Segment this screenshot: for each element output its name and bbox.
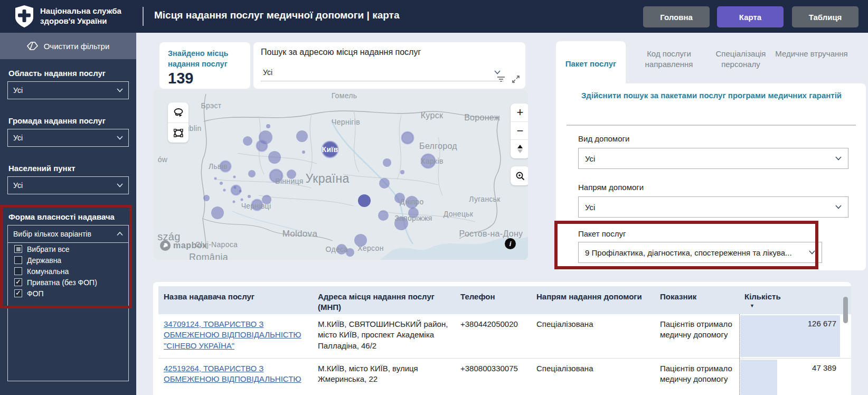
column-header-count[interactable]: Кількість ▼ <box>739 286 843 314</box>
map-search-lens <box>511 166 528 185</box>
filter-label-oblast: Область надання послуг <box>8 69 106 78</box>
label-aid-type: Вид допомоги <box>578 134 629 143</box>
info-icon[interactable]: i <box>505 238 516 249</box>
filter-dropdown-oblast[interactable]: Усі <box>7 81 129 99</box>
map-label: ów <box>158 155 168 164</box>
app-header: Національна служба здоров'я України Місц… <box>0 0 868 33</box>
cell-phone: +380800330075 <box>455 359 531 395</box>
mapbox-wordmark: mapbox <box>173 241 207 250</box>
panel-divider <box>567 125 856 126</box>
filter-sidebar: Очистити фільтри Область надання послуг … <box>0 33 136 395</box>
checkbox-private[interactable] <box>14 278 22 286</box>
eraser-icon <box>27 41 39 51</box>
service-package-value: 9 Профілактика, діагностика, спостережен… <box>585 248 792 257</box>
provider-link[interactable]: 34709124, ТОВАРИСТВО З ОБМЕЖЕНОЮ ВІДПОВІ… <box>164 319 301 350</box>
ownership-option-1[interactable]: Державна <box>8 255 128 266</box>
map-label: Вінниця <box>275 177 303 185</box>
table-row: 42519264, ТОВАРИСТВО З ОБМЕЖЕНОЮ ВІДПОВІ… <box>158 359 851 395</box>
ownership-option-label: Комунальна <box>27 267 69 276</box>
address-search-dropdown[interactable]: Усі <box>261 63 504 81</box>
providers-table-card: Назва надавача послуг Адреса місця надан… <box>153 282 851 395</box>
map-label: Ростов-на-Дону <box>459 229 523 239</box>
ownership-options-list: Вибрати все Державна Комунальна Приватна… <box>7 240 129 381</box>
map-zoom-controls: + − <box>511 104 528 158</box>
cell-count: 126 677 <box>739 314 843 358</box>
map-label: Луганськ <box>469 195 500 203</box>
count-value: 126 677 <box>808 318 836 329</box>
chevron-down-icon <box>494 70 501 74</box>
map-label: Україна <box>305 172 349 186</box>
map-label: Донецьк <box>444 210 473 218</box>
filter-value-ownership: Вибір кількох варіантів <box>13 230 91 238</box>
cell-indicator: Пацієнтів отримало медичну допомогу <box>655 314 739 358</box>
address-search-value: Усі <box>263 68 272 77</box>
nav-button-map[interactable]: Карта <box>717 6 784 27</box>
cell-address: М.КИЇВ, СВЯТОШИНСЬКИЙ район, місто КИЇВ,… <box>313 314 455 358</box>
map-label: Запоріжжя <box>394 214 432 222</box>
magnifier-icon[interactable] <box>511 166 528 185</box>
table-header-row: Назва надавача послуг Адреса місця надан… <box>158 286 851 314</box>
filter-value-settlement: Усі <box>13 181 23 190</box>
nszu-logo-shield-icon <box>14 5 35 28</box>
map-label: Курск <box>421 111 444 120</box>
cell-count: 47 389 <box>739 359 843 395</box>
checkbox-state[interactable] <box>14 256 22 264</box>
zoom-out-button[interactable]: − <box>511 121 528 139</box>
header-divider <box>143 7 144 26</box>
nav-button-table[interactable]: Таблиця <box>792 6 858 27</box>
chevron-up-icon <box>117 232 123 236</box>
rectangle-select-icon[interactable] <box>168 123 188 143</box>
map-label: Одеса <box>326 245 348 253</box>
sort-desc-icon[interactable]: ▼ <box>744 302 837 313</box>
mapbox-attribution[interactable]: mapbox <box>159 240 207 251</box>
focus-mode-icon[interactable] <box>512 75 520 83</box>
filter-label-settlement: Населений пункт <box>8 164 76 173</box>
filter-dropdown-settlement[interactable]: Усі <box>7 176 129 194</box>
ownership-option-label: Державна <box>27 256 61 265</box>
column-header-address[interactable]: Адреса місця надання послуг (МНП) <box>313 286 455 314</box>
compass-icon[interactable] <box>511 139 528 157</box>
nav-button-home[interactable]: Головна <box>643 6 710 27</box>
panel-heading-link[interactable]: Здійснити пошук за пакетами послуг прогр… <box>568 90 855 102</box>
clear-filters-button[interactable]: Очистити фільтри <box>0 33 136 59</box>
checkbox-select-all[interactable] <box>14 245 22 253</box>
zoom-in-button[interactable]: + <box>511 104 528 121</box>
column-header-direction[interactable]: Напрям надання допомоги <box>531 286 655 314</box>
tab-referral-code[interactable]: Код послуги направлення <box>629 49 709 70</box>
map-label: Харків <box>420 157 443 165</box>
ownership-option-2[interactable]: Комунальна <box>8 266 128 277</box>
dropdown-aid-direction[interactable]: Усі <box>578 196 848 218</box>
checkbox-fop[interactable] <box>14 289 22 297</box>
page-title: Місця надання послуг медичної допомоги |… <box>154 10 399 21</box>
address-search-card: Пошук за адресою місця надання послуг Ус… <box>253 42 525 89</box>
tab-staff-specialization[interactable]: Спеціалізація персоналу <box>701 49 780 70</box>
tab-medical-intervention[interactable]: Медичне втручання <box>772 49 851 59</box>
ownership-option-0[interactable]: Вибрати все <box>8 243 128 255</box>
filter-funnel-icon[interactable] <box>497 75 505 83</box>
column-header-indicator[interactable]: Показник <box>655 286 739 314</box>
column-header-provider[interactable]: Назва надавача послуг <box>158 286 313 314</box>
kpi-value: 139 <box>168 70 193 87</box>
lasso-select-icon[interactable] <box>168 102 188 123</box>
map-visual[interactable]: БрэстГомельLublinЧернігівКурскВоронежБел… <box>153 90 528 260</box>
chevron-down-icon <box>835 205 842 209</box>
table-scrollbar-thumb[interactable] <box>843 297 848 323</box>
column-header-phone[interactable]: Телефон <box>455 286 531 314</box>
dropdown-aid-type[interactable]: Усі <box>578 148 848 169</box>
chevron-down-icon <box>117 183 123 187</box>
ownership-option-3[interactable]: Приватна (без ФОП) <box>8 277 128 288</box>
tab-service-package[interactable]: Пакет послуг <box>556 41 626 86</box>
filter-dropdown-hromada[interactable]: Усі <box>7 129 129 147</box>
dropdown-service-package[interactable]: 9 Профілактика, діагностика, спостережен… <box>578 242 822 263</box>
label-aid-direction: Напрям допомоги <box>578 183 644 192</box>
filter-value-oblast: Усі <box>13 86 23 95</box>
chevron-down-icon <box>835 156 842 161</box>
provider-link[interactable]: 42519264, ТОВАРИСТВО З ОБМЕЖЕНОЮ ВІДПОВІ… <box>164 364 301 383</box>
map-label: Київ <box>322 145 338 154</box>
map-draw-tools <box>168 102 188 143</box>
checkbox-communal[interactable] <box>14 267 22 275</box>
filter-label-hromada: Громада надання послуг <box>8 116 106 125</box>
map-label: România <box>189 252 228 260</box>
ownership-option-4[interactable]: ФОП <box>8 288 128 299</box>
map-label: Moldova <box>282 229 317 239</box>
